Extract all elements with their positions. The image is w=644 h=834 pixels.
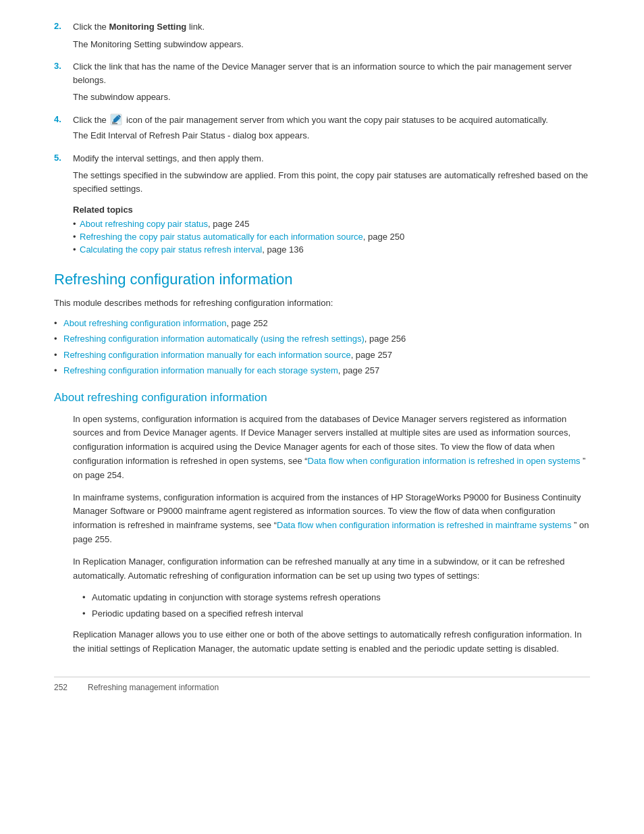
step-3-line: Click the link that has the name of the … bbox=[73, 60, 590, 86]
body-list-item-2: Periodic updating based on a specified r… bbox=[82, 607, 590, 621]
subsection-heading: About refreshing configuration informati… bbox=[54, 391, 590, 405]
subsection-para-3: In Replication Manager, configuration in… bbox=[73, 555, 590, 583]
step-5-content: Modify the interval settings, and then a… bbox=[73, 152, 590, 196]
section-link-4[interactable]: Refreshing configuration information man… bbox=[63, 365, 338, 375]
section-intro: This module describes methods for refres… bbox=[54, 296, 590, 310]
section-link-2[interactable]: Refreshing configuration information aut… bbox=[63, 334, 365, 344]
related-topics: Related topics About refreshing copy pai… bbox=[73, 205, 590, 255]
subsection-para-2: In mainframe systems, configuration info… bbox=[73, 491, 590, 547]
step-4-number: 4. bbox=[54, 113, 73, 124]
section-list-item-2: Refreshing configuration information aut… bbox=[54, 332, 590, 346]
section-suffix-3: , page 257 bbox=[351, 350, 392, 360]
step-2-number: 2. bbox=[54, 20, 73, 31]
section-suffix-4: , page 257 bbox=[338, 365, 379, 375]
open-systems-link[interactable]: Data flow when configuration information… bbox=[308, 456, 581, 466]
related-topic-link-2[interactable]: Refreshing the copy pair status automati… bbox=[80, 232, 363, 242]
step-2-line: Click the Monitoring Setting link. bbox=[73, 20, 590, 34]
section-suffix-1: , page 252 bbox=[226, 318, 267, 328]
body-list: Automatic updating in conjunction with s… bbox=[82, 591, 590, 620]
body-list-item-1: Automatic updating in conjunction with s… bbox=[82, 591, 590, 604]
edit-icon bbox=[110, 113, 122, 126]
section-list-item-4: Refreshing configuration information man… bbox=[54, 364, 590, 377]
related-topics-title: Related topics bbox=[73, 205, 590, 215]
footer-page-number: 252 bbox=[54, 683, 68, 692]
related-topic-suffix-1: , page 245 bbox=[208, 219, 249, 229]
section-suffix-2: , page 256 bbox=[365, 334, 406, 344]
step-2-content: Click the Monitoring Setting link. The M… bbox=[73, 20, 590, 51]
step-2-block: 2. Click the Monitoring Setting link. Th… bbox=[54, 20, 590, 51]
section-link-1[interactable]: About refreshing configuration informati… bbox=[63, 318, 226, 328]
step-5-line: Modify the interval settings, and then a… bbox=[73, 152, 590, 165]
section-list: About refreshing configuration informati… bbox=[54, 317, 590, 377]
footer-bar: 252 Refreshing management information bbox=[54, 677, 590, 692]
step-3-content: Click the link that has the name of the … bbox=[73, 60, 590, 104]
section-list-item-1: About refreshing configuration informati… bbox=[54, 317, 590, 330]
step-5-result: The settings specified in the subwindow … bbox=[73, 169, 590, 195]
step-4-text: Click the icon of the pair management se… bbox=[73, 113, 548, 127]
related-topic-item-2: Refreshing the copy pair status automati… bbox=[73, 232, 590, 242]
step-3-number: 3. bbox=[54, 60, 73, 71]
section-link-3[interactable]: Refreshing configuration information man… bbox=[63, 350, 351, 360]
footer-text: Refreshing management information bbox=[88, 683, 219, 692]
related-topic-link-3[interactable]: Calculating the copy pair status refresh… bbox=[80, 244, 262, 255]
step-3-block: 3. Click the link that has the name of t… bbox=[54, 60, 590, 104]
related-topic-link-1[interactable]: About refreshing copy pair status bbox=[80, 219, 208, 229]
related-topic-suffix-2: , page 250 bbox=[363, 232, 404, 242]
step-4-line: Click the icon of the pair management se… bbox=[73, 113, 590, 127]
step-4-block: 4. Click the icon of bbox=[54, 113, 590, 142]
step-3-result: The subwindow appears. bbox=[73, 90, 590, 104]
section-heading: Refreshing configuration information bbox=[54, 271, 590, 288]
subsection-final-para: Replication Manager allows you to use ei… bbox=[73, 628, 590, 656]
monitoring-setting-bold: Monitoring Setting bbox=[109, 22, 186, 32]
subsection-para-1: In open systems, configuration informati… bbox=[73, 413, 590, 483]
related-topics-list: About refreshing copy pair status, page … bbox=[73, 219, 590, 255]
related-topic-item-1: About refreshing copy pair status, page … bbox=[73, 219, 590, 229]
related-topic-suffix-3: , page 136 bbox=[262, 244, 303, 255]
step-4-content: Click the icon of the pair management se… bbox=[73, 113, 590, 142]
step-2-result: The Monitoring Setting subwindow appears… bbox=[73, 38, 590, 51]
step-4-result: The Edit Interval of Refresh Pair Status… bbox=[73, 129, 590, 142]
section-list-item-3: Refreshing configuration information man… bbox=[54, 348, 590, 362]
mainframe-systems-link[interactable]: Data flow when configuration information… bbox=[277, 520, 571, 530]
step-5-block: 5. Modify the interval settings, and the… bbox=[54, 152, 590, 196]
page-container: 2. Click the Monitoring Setting link. Th… bbox=[0, 0, 644, 733]
step-5-number: 5. bbox=[54, 152, 73, 163]
related-topic-item-3: Calculating the copy pair status refresh… bbox=[73, 244, 590, 255]
